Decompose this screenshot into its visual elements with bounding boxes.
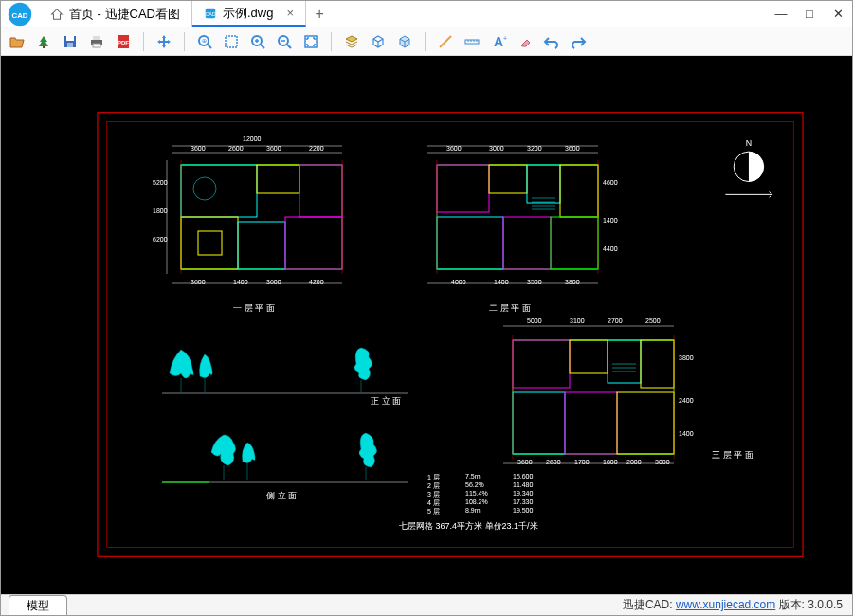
svg-rect-46 [181,217,238,269]
titlebar: CAD 首页 - 迅捷CAD看图 CAD 示例.dwg × + — □ ✕ [1,1,852,27]
svg-rect-48 [285,217,342,269]
text-button[interactable]: A+ [488,31,509,52]
svg-rect-60 [560,165,598,217]
svg-rect-79 [617,392,674,454]
pan-button[interactable] [154,31,174,52]
svg-rect-62 [503,217,551,269]
home-icon [50,8,64,21]
svg-rect-9 [93,36,100,40]
tab-home-label: 首页 - 迅捷CAD看图 [69,6,180,23]
window-controls: — □ ✕ [767,1,852,27]
elevation-side-label: 侧 立 面 [266,490,297,502]
compass-north: N [746,138,752,148]
layers-button[interactable] [341,31,362,52]
svg-rect-78 [565,392,617,454]
svg-rect-47 [238,222,285,269]
zoom-in-button[interactable] [247,31,268,52]
version-value: 3.0.0.5 [808,598,843,611]
tab-file[interactable]: CAD 示例.dwg × [192,1,306,27]
tab-close-button[interactable]: × [286,6,294,20]
redo-button[interactable] [568,31,589,52]
save-button[interactable] [60,31,81,52]
cube-button[interactable] [394,31,415,52]
fullscreen-button[interactable] [300,31,321,52]
svg-rect-61 [437,217,503,269]
svg-rect-24 [305,36,317,47]
version-label: 版本: [775,598,808,611]
new-tab-button[interactable]: + [306,1,333,27]
svg-rect-75 [608,340,641,383]
toolbar-separator [425,32,426,51]
svg-rect-10 [93,44,100,47]
zoom-out-button[interactable] [274,31,295,52]
toolbar-separator [184,32,185,51]
footer-info: 迅捷CAD: www.xunjiecad.com 版本: 3.0.0.5 [623,597,843,613]
floorplan-1-label: 一 层 平 面 [233,302,275,315]
tab-file-label: 示例.dwg [223,5,273,22]
zoom-fit-button[interactable]: ⊕ [194,31,215,52]
print-button[interactable] [86,31,107,52]
pdf-button[interactable]: PDF [113,31,134,52]
measure-button[interactable] [462,31,482,52]
svg-rect-43 [181,165,257,217]
drawing-content: N 12 [96,103,805,566]
dwg-icon: CAD [204,7,217,20]
tab-home[interactable]: 首页 - 迅捷CAD看图 [39,1,192,27]
line-button[interactable] [435,31,456,52]
svg-text:PDF: PDF [118,40,129,45]
toolbar: PDF ⊕ A+ [1,27,852,56]
elevation-front: 正 立 面 [143,340,427,407]
svg-line-22 [287,45,291,48]
model-tab[interactable]: 模型 [9,595,67,616]
app-logo: CAD [1,1,39,27]
svg-rect-58 [489,165,527,193]
svg-text:A: A [494,34,503,49]
svg-line-18 [261,45,264,48]
svg-rect-57 [437,165,489,212]
svg-line-14 [208,45,211,48]
elevation-front-label: 正 立 面 [371,395,401,408]
svg-rect-59 [527,165,560,203]
svg-point-49 [193,177,216,200]
zoom-window-button[interactable] [221,31,242,52]
svg-text:+: + [503,35,507,42]
eraser-button[interactable] [515,31,535,52]
drawing-canvas[interactable]: N 12 [1,56,852,594]
svg-rect-76 [641,340,674,388]
svg-rect-7 [67,43,73,47]
floorplan-2: 3600 3000 3200 3600 4600 1400 4400 4000 … [408,132,617,302]
svg-rect-72 [513,340,674,454]
svg-text:CAD: CAD [205,10,215,16]
svg-text:CAD: CAD [11,10,27,19]
elevation-side: 侧 立 面 [143,426,427,501]
notes-block: 1 层7.5m15.600 2 层56.2%11.480 3 层115.4%19… [427,473,674,530]
maximize-button[interactable]: □ [795,1,824,27]
svg-rect-73 [513,340,570,388]
view3d-button[interactable] [368,31,389,52]
svg-rect-44 [257,165,299,193]
svg-rect-6 [66,36,74,41]
tree-button[interactable] [33,31,54,52]
status-bar: 模型 迅捷CAD: www.xunjiecad.com 版本: 3.0.0.5 [1,594,852,615]
toolbar-separator [331,32,332,51]
notes-summary: 七层网格 367.4平方米 单价23.1千/米 [399,520,538,533]
floorplan-1: 12000 3600 2600 3600 2200 5200 1800 6200… [153,132,361,302]
toolbar-separator [143,32,144,51]
minimize-button[interactable]: — [767,1,795,27]
svg-rect-63 [551,217,598,269]
svg-rect-74 [570,340,608,373]
brand-label: 迅捷CAD: [623,598,676,611]
open-button[interactable] [7,31,27,52]
svg-line-25 [440,36,451,47]
floorplan-3-label: 三 层 平 面 [712,449,753,462]
svg-text:⊕: ⊕ [202,38,207,44]
svg-rect-4 [43,46,45,48]
close-button[interactable]: ✕ [824,1,852,27]
svg-rect-16 [226,36,237,47]
svg-rect-45 [299,165,342,217]
undo-button[interactable] [541,31,562,52]
svg-rect-77 [513,392,565,454]
floorplan-3: 5000 3100 2700 2500 3800 2400 1400 3600 … [475,312,702,482]
svg-rect-50 [198,231,222,255]
brand-link[interactable]: www.xunjiecad.com [676,598,775,611]
